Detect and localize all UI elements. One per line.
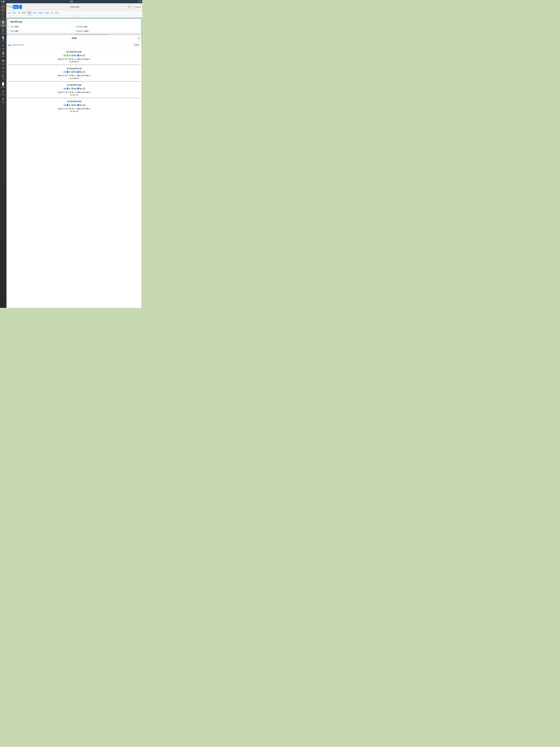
checklist-label: Checklist [1,48,5,49]
vis-label-3: Vis: [69,88,71,90]
status-left: iPad 📶 [1,1,5,3]
modal-title: KGAD [72,37,77,40]
temp-label-3: Temp: [79,88,83,90]
maps-label: Maps [2,25,4,26]
ceil-label-2: Ceil: [63,71,66,73]
scratchpad-label: ScratchPad [1,86,5,88]
temp-dot-1 [83,54,85,57]
scratchpad-icon: 📄 [2,82,4,86]
binders-icon: 📓 [2,51,4,55]
forecast-time-2: Mon 03/26/2018 21:00Z [8,67,140,70]
ceil-label-3: Ceil: [63,88,66,90]
wind-dot-1 [77,54,79,57]
sidebar-item-airports[interactable]: 📍 Airports [0,12,6,20]
wind-label-2: Wind: [74,71,77,73]
status-right: ⬡ 77% [138,1,141,3]
settings-icon: ⚙ [2,97,4,101]
forecast-block-3: Tue 03/27/2018 00:00Z Ceil: Vis: Wind: T… [8,81,140,98]
modal-content[interactable]: Mon 03/26/2018 18:00Z Ceil: Vis: Wind: T… [7,49,142,308]
vis-dot-1 [71,54,73,57]
temp-label-1: Temp: [79,54,83,57]
vis-dot-2 [71,71,73,73]
modal-close-button[interactable]: ✕ [138,36,140,40]
ceil-dot-4 [67,104,68,107]
vis-dot-4 [71,104,73,107]
sidebar-item-settings[interactable]: ⚙ Settings [0,97,6,104]
logo-icon: ✈ [1,4,5,10]
forecast-detail-2: Clouds: OVC 2000 - 3000 ft Vis: > 6 mi W… [8,74,140,80]
sidebar-item-navlogs[interactable]: ☰ NavLogs [0,27,6,35]
ceil-label-4: Ceil: [63,104,66,106]
kgad-modal: KGAD ✕ MOS 03/26/2018 12:58:50 Refresh M… [7,35,142,308]
sidebar-item-tracking[interactable]: ✈ Tracking [0,66,6,74]
airports-label: Airports [2,17,5,19]
forecast-indicators-1: Ceil: Vis: Wind: Temp: [8,54,140,57]
wind-label-1: Wind: [74,54,77,57]
ceil-dot-2 [67,71,68,73]
sidebar-item-weather[interactable]: 🌧 Weather [0,58,6,66]
forecast-block-2: Mon 03/26/2018 21:00Z Ceil: Vis: Wind: T… [8,65,140,81]
wind-label-4: Wind: [74,104,77,106]
wind-dot-4 [77,104,79,107]
tracking-icon: ✈ [2,67,4,71]
forecast-detail-4: Clouds: OVC 2000 - 3000 ft Vis: > 6 mi W… [8,108,140,113]
sidebar-item-maps[interactable]: 🌍 Maps [0,20,6,27]
svg-text:✈: ✈ [3,5,4,8]
forecast-indicators-3: Ceil: Vis: Wind: Temp: [8,87,140,90]
modal-refresh-button[interactable]: Refresh [133,43,140,47]
sidebar-item-binders[interactable]: 📓 Binders [0,50,6,58]
wifi-icon: 📶 [3,1,5,3]
weather-icon: 🌧 [2,59,4,63]
device-label: iPad [1,1,3,3]
forecast-detail-1: Clouds: OVC 3000 - 6500 ft Vis: > 6 mi W… [8,58,140,63]
forecast-block-1: Mon 03/26/2018 18:00Z Ceil: Vis: Wind: T… [8,49,140,65]
vis-label-2: Vis: [69,71,71,73]
settings-label: Settings [2,102,5,103]
forecast-detail-3: Clouds: OVC 2000 - 3000 ft Vis: > 6 mi W… [8,91,140,96]
status-bar: iPad 📶 13:00 ⬡ 77% [0,0,142,3]
bluetooth-icon: ⬡ [138,1,139,3]
tools-label: Tools [2,79,4,80]
forecast-indicators-2: Ceil: Vis: Wind: Temp: [8,71,140,73]
temp-dot-4 [83,104,85,107]
sidebar-item-downloads[interactable]: ⬇ Downloads [0,89,6,97]
mos-badge: MOS [8,44,12,46]
logo-text: FltPlan.com [1,10,5,12]
temp-label-2: Temp: [79,71,83,73]
sidebar-item-scratchpad[interactable]: 📄 ScratchPad [0,81,6,89]
weather-label: Weather [1,63,5,65]
binders-label: Binders [2,55,5,57]
modal-timestamp: 03/26/2018 12:58:50 [12,44,132,46]
checklist-icon: ✔ [2,44,4,48]
vis-label-1: Vis: [69,54,71,57]
sidebar: ✈ FltPlan.com 📍 Airports 🌍 Maps ☰ NavLog… [0,3,6,308]
vis-dot-3 [71,87,73,90]
modal-header: KGAD ✕ [7,35,142,42]
wind-dot-2 [77,71,79,73]
vis-label-4: Vis: [69,104,71,106]
sidebar-item-checklist[interactable]: ✔ Checklist [0,43,6,50]
sidebar-item-tools[interactable]: 🔧 Tools [0,74,6,81]
maps-icon: 🌍 [2,21,4,25]
tracking-label: Tracking [1,71,5,73]
ceil-label-1: Ceil: [63,54,66,57]
wind-label-3: Wind: [74,88,77,90]
temp-dot-3 [83,87,85,90]
downloads-icon: ⬇ [2,90,4,94]
forecast-block-4: Tue 03/27/2018 03:00Z Ceil: Vis: Wind: T… [8,98,140,115]
forecast-time-1: Mon 03/26/2018 18:00Z [8,50,140,53]
ceil-dot-3 [67,87,68,90]
forecast-time-4: Tue 03/27/2018 03:00Z [8,100,140,102]
temp-label-4: Temp: [79,104,83,106]
status-time: 13:00 [70,1,73,3]
wind-dot-3 [77,87,79,90]
airports-icon: 📍 [2,13,4,17]
modal-overlay: KGAD ✕ MOS 03/26/2018 12:58:50 Refresh M… [6,3,142,308]
tools-icon: 🔧 [2,74,4,78]
navlogs-label: NavLogs [1,32,5,34]
forecast-indicators-4: Ceil: Vis: Wind: Temp: [8,104,140,107]
ceil-dot-1 [67,54,68,57]
sidebar-logo: ✈ FltPlan.com [1,4,5,11]
modal-subheader: MOS 03/26/2018 12:58:50 Refresh [7,42,142,49]
sidebar-item-external[interactable]: 📡 External [0,35,6,43]
